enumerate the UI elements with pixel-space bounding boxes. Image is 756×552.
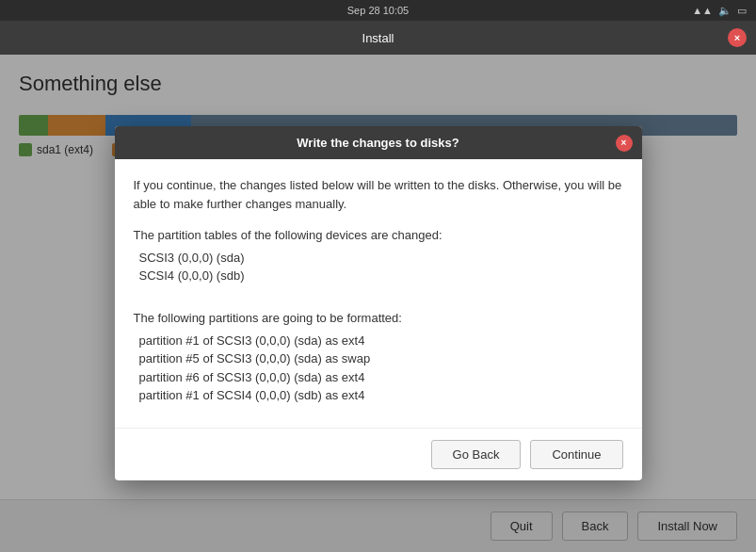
modal-intro-text: If you continue, the changes listed belo… (134, 176, 623, 213)
device-scsi3: SCSI3 (0,0,0) (sda) (139, 249, 623, 268)
modal-overlay: Write the changes to disks? × If you con… (0, 55, 756, 552)
modal-body: If you continue, the changes listed belo… (115, 159, 642, 428)
formatted-partition-4: partition #1 of SCSI4 (0,0,0) (sdb) as e… (139, 386, 623, 405)
formatted-partition-2: partition #5 of SCSI3 (0,0,0) (sda) as s… (139, 349, 623, 368)
formatted-partition-1: partition #1 of SCSI3 (0,0,0) (sda) as e… (139, 332, 623, 350)
system-time: Sep 28 10:05 (347, 5, 409, 16)
formatted-partitions-title: The following partitions are going to be… (134, 309, 623, 328)
system-icons: ▲▲ 🔈 ▭ (692, 5, 747, 17)
titlebar: Install × (0, 21, 756, 55)
titlebar-close-button[interactable]: × (728, 28, 747, 47)
partition-tables-title: The partition tables of the following de… (134, 226, 623, 245)
modal-title: Write the changes to disks? (297, 136, 458, 150)
formatted-partitions-section: The following partitions are going to be… (134, 309, 623, 405)
dialog-write-changes: Write the changes to disks? × If you con… (115, 126, 642, 480)
modal-footer: Go Back Continue (115, 428, 642, 480)
sound-icon: 🔈 (718, 5, 732, 17)
device-scsi4: SCSI4 (0,0,0) (sdb) (139, 267, 623, 285)
battery-icon: ▭ (737, 5, 747, 17)
formatted-partition-3: partition #6 of SCSI3 (0,0,0) (sda) as e… (139, 368, 623, 387)
system-bar: Sep 28 10:05 ▲▲ 🔈 ▭ (0, 0, 756, 21)
formatted-partitions-list: partition #1 of SCSI3 (0,0,0) (sda) as e… (139, 332, 623, 405)
partition-tables-devices: SCSI3 (0,0,0) (sda) SCSI4 (0,0,0) (sdb) (139, 249, 623, 285)
partition-tables-section: The partition tables of the following de… (134, 226, 623, 285)
titlebar-title: Install (362, 31, 394, 45)
go-back-button[interactable]: Go Back (431, 440, 522, 469)
modal-header: Write the changes to disks? × (115, 126, 642, 159)
network-icon: ▲▲ (692, 5, 713, 17)
continue-button[interactable]: Continue (530, 440, 622, 469)
installer-window: Something else sda1 (ext4) sda5 (linux-s… (0, 55, 756, 552)
modal-close-button[interactable]: × (616, 135, 633, 152)
